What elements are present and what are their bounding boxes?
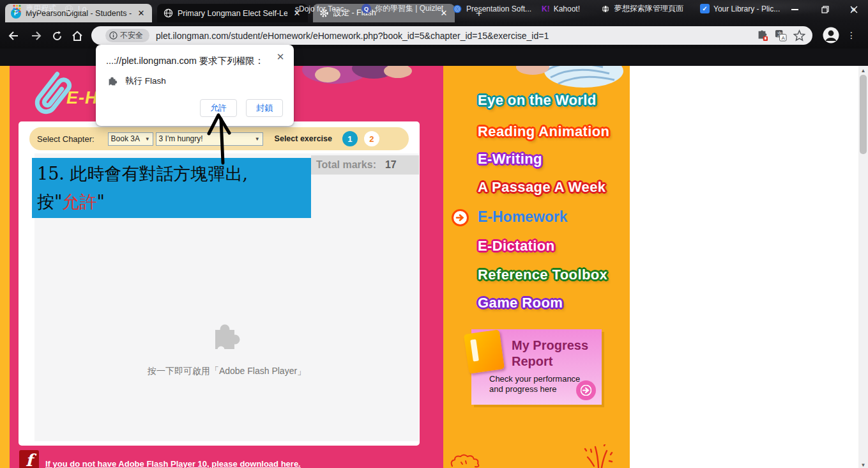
scrollbar[interactable]: ▲ ▼: [858, 66, 868, 468]
sidebar-item-e-homework[interactable]: E-Homework: [478, 208, 568, 226]
right-blank-area: [630, 66, 858, 468]
sidebar: Eye on the World Reading Animation E-Wri…: [443, 66, 630, 468]
flash-blocked-puzzle-icon[interactable]: [756, 29, 769, 42]
select-exercise-label: Select exercise: [275, 134, 332, 143]
chevron-down-icon: ▼: [145, 136, 150, 142]
left-orange-strip: [0, 66, 10, 468]
flash-logo-icon: f: [19, 450, 39, 468]
flash-download-link[interactable]: If you do not have Adobe Flash Player 10…: [45, 459, 301, 468]
url-text[interactable]: plet.ilongman.com/student/eHomework/eHom…: [156, 31, 750, 41]
progress-report-card[interactable]: My Progress Report Check your performanc…: [471, 329, 602, 405]
sidebar-item-e-writing[interactable]: E-Writing: [478, 151, 542, 168]
chapter-select[interactable]: 3 I'm hungry! ▼: [156, 132, 263, 146]
total-marks-value: 17: [385, 159, 397, 171]
puzzle-piece-icon: [107, 76, 118, 87]
bookmark-classdojo[interactable]: sDojo for Teac...: [295, 3, 350, 15]
dialog-close-icon[interactable]: ✕: [275, 51, 286, 63]
globe-icon: [600, 4, 611, 14]
progress-report-subtitle: Check your performance and progress here: [489, 374, 580, 394]
exercise-2-button[interactable]: 2: [364, 131, 379, 146]
flash-permission-dialog: ...://plet.ilongman.com 要求下列權限： ✕ 執行 Fla…: [96, 45, 294, 126]
chapter-select-bar: Select Chapter: Book 3A ▼ 3 I'm hungry! …: [29, 127, 409, 150]
chrome-menu-icon[interactable]: ⋮: [847, 28, 856, 42]
instruction-allow-word: 允許: [62, 192, 96, 212]
presentation-icon: [452, 4, 462, 14]
home-icon[interactable]: [70, 29, 84, 42]
bookmark-label: sDojo for Teac...: [295, 4, 350, 13]
page-title-partial: E-H: [66, 88, 98, 108]
bookmark-plickers[interactable]: ✓ Your Library - Plic...: [700, 3, 780, 15]
progress-report-arrow-icon[interactable]: [576, 380, 596, 400]
instruction-line2: 按"允許": [37, 188, 306, 216]
bookmark-label: Presentation Soft...: [466, 4, 531, 13]
permission-item-label: 執行 Flash: [125, 75, 166, 87]
sidebar-item-game-room[interactable]: Game Room: [478, 295, 563, 311]
sidebar-item-eye-on-the-world[interactable]: Eye on the World: [478, 92, 597, 109]
profile-avatar[interactable]: [823, 27, 839, 43]
translate-icon[interactable]: 文A: [775, 29, 788, 42]
scroll-up-icon[interactable]: ▲: [858, 66, 868, 75]
quizlet-icon: Q: [362, 4, 371, 13]
instruction-line1: 15. 此時會有對話方塊彈出,: [37, 160, 306, 188]
security-badge[interactable]: 不安全: [105, 29, 149, 42]
svg-text:A: A: [781, 35, 785, 41]
sidebar-item-e-dictation[interactable]: E-Dictation: [478, 238, 555, 254]
bookmark-label: 應用程式: [26, 3, 56, 14]
splash-doodle: [582, 444, 614, 468]
browser-window: P MyPearsonDigital - Students - ✕ Primar…: [0, 0, 868, 468]
sidebar-illustration: [514, 66, 630, 95]
restore-button[interactable]: [810, 0, 840, 19]
check-icon: ✓: [700, 4, 710, 13]
progress-report-title: My Progress Report: [512, 338, 588, 370]
bookmark-label: 你的學習集 | Quizlet: [375, 3, 443, 14]
book-select[interactable]: Book 3A ▼: [108, 132, 153, 146]
bookmark-apps[interactable]: 應用程式: [11, 3, 56, 15]
kahoot-icon: K!: [542, 4, 550, 13]
bookmark-kahoot[interactable]: K! Kahoot!: [542, 3, 580, 15]
tab-longman-active[interactable]: Primary Longman Elect Self-Le ✕: [157, 4, 308, 22]
bookmark-label: Kahoot!: [554, 4, 580, 13]
flash-placeholder[interactable]: 按一下即可啟用「Adobe Flash Player」: [131, 321, 323, 377]
scrollbar-thumb[interactable]: [860, 75, 867, 154]
forward-icon[interactable]: [29, 29, 43, 42]
block-button[interactable]: 封鎖: [246, 99, 283, 117]
cloud-doodle: [448, 453, 484, 468]
homework-card: Select Chapter: Book 3A ▼ 3 I'm hungry! …: [19, 121, 420, 446]
address-bar[interactable]: 不安全 plet.ilongman.com/student/eHomework/…: [91, 26, 812, 45]
reload-icon[interactable]: [50, 29, 64, 42]
dialog-permission-row: 執行 Flash: [107, 75, 166, 87]
flash-enable-text: 按一下即可啟用「Adobe Flash Player」: [131, 366, 323, 377]
book-select-value: Book 3A: [111, 134, 140, 143]
bookmark-dream-team[interactable]: 夢想探索隊管理頁面: [600, 3, 683, 15]
chevron-down-icon: ▼: [255, 136, 260, 142]
globe-icon: [64, 4, 74, 14]
back-icon[interactable]: [6, 29, 20, 42]
tab-close-icon[interactable]: ✕: [136, 8, 146, 19]
puzzle-piece-icon: [210, 321, 243, 354]
bookmark-label: 夢想探索隊管理頁面: [614, 3, 683, 14]
bookmark-longman[interactable]: Lo: [64, 3, 86, 15]
bookmarks-overflow-icon[interactable]: »: [851, 3, 856, 15]
main-pink-panel: E-H Select Chapter: Book 3A ▼ 3 I'm hun: [10, 66, 443, 468]
bookmark-label: Lo: [78, 4, 86, 13]
bookmark-quizlet[interactable]: Q 你的學習集 | Quizlet: [362, 3, 443, 15]
sidebar-item-a-passage-a-week[interactable]: A Passage A Week: [478, 179, 605, 196]
bookmark-star-icon[interactable]: [793, 29, 806, 42]
apps-grid-icon: [11, 4, 22, 14]
sidebar-item-reading-animation[interactable]: Reading Animation: [478, 123, 609, 140]
total-marks-label: Total marks:: [316, 159, 376, 171]
scroll-down-icon[interactable]: ▼: [858, 460, 868, 468]
sidebar-item-reference-toolbox[interactable]: Reference Toolbox: [478, 267, 607, 283]
exercise-1-button[interactable]: 1: [342, 131, 358, 146]
tab-title: Primary Longman Elect Self-Le: [178, 9, 287, 18]
web-page: E-H Select Chapter: Book 3A ▼ 3 I'm hun: [0, 66, 868, 468]
active-item-arrow-icon: [452, 209, 469, 226]
bookmark-label: Your Library - Plic...: [713, 4, 780, 13]
bookmark-presentation[interactable]: Presentation Soft...: [452, 3, 531, 15]
globe-favicon-icon: [163, 8, 173, 19]
allow-button[interactable]: 允許: [200, 99, 237, 117]
minimize-button[interactable]: [780, 0, 810, 19]
chapter-select-value: 3 I'm hungry!: [159, 134, 203, 143]
total-marks-bar: Total marks: 17: [311, 155, 419, 175]
flash-download-row: f If you do not have Adobe Flash Player …: [19, 450, 301, 468]
